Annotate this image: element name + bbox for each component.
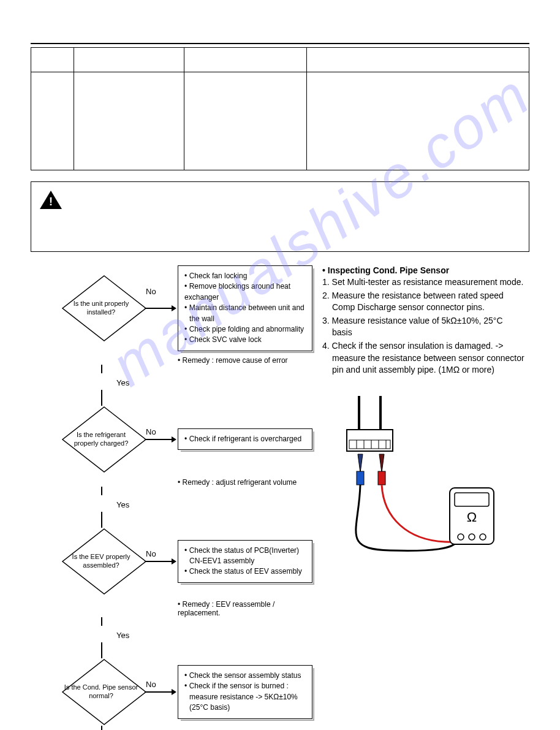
th-2: [74, 48, 184, 72]
table-body-row: [31, 72, 529, 170]
decision-install-text: Is the unit properly installed?: [61, 275, 141, 342]
td-1: [31, 72, 74, 170]
action-1-2: • Maintain distance between unit and the…: [184, 303, 306, 324]
svg-rect-18: [455, 493, 489, 506]
decision-refrigerant-text: Is the refrigerant properly charged?: [61, 406, 141, 473]
action-1-3: • Check pipe folding and abnormality: [184, 324, 306, 335]
inspect-item-4: 4. Check if the sensor insulation is dam…: [322, 340, 524, 376]
remedy-3: • Remedy : EEV reassemble / replacement.: [178, 600, 312, 617]
no-label-1: No: [146, 287, 156, 296]
th-4: [307, 48, 529, 72]
svg-text:Ω: Ω: [467, 509, 477, 525]
inspect-title: • Inspecting Cond. Pipe Sensor: [322, 265, 524, 275]
remedy-1: • Remedy : remove cause of error: [178, 356, 312, 365]
flowchart: Is the unit properly installed? No • Che…: [31, 265, 312, 730]
svg-point-22: [480, 534, 486, 540]
action-4-1: • Check if the sensor is burned : measur…: [184, 681, 306, 713]
action-1-0: • Check fan locking: [184, 271, 306, 281]
no-label-3: No: [146, 549, 156, 558]
action-4-0: • Check the sensor assembly status: [184, 671, 306, 681]
td-2: [74, 72, 184, 170]
spec-table: [31, 47, 529, 170]
top-rule: [31, 43, 529, 44]
td-3: [184, 72, 307, 170]
action-3-1: • Check the status of EEV assembly: [184, 566, 306, 577]
yes-label-1: Yes: [116, 378, 312, 387]
yes-label-3: Yes: [116, 631, 312, 640]
svg-point-20: [458, 534, 464, 540]
decision-sensor: Is the Cond. Pipe sensor normal?: [61, 658, 141, 726]
inspect-item-1: 1. Set Multi-tester as resistance measur…: [322, 276, 524, 289]
warning-icon: [40, 191, 62, 209]
table-header-row: [31, 48, 529, 72]
action-1-4: • Check SVC valve lock: [184, 335, 306, 345]
inspect-item-2: 2. Measure the resistance between rated …: [322, 290, 524, 314]
decision-refrigerant: Is the refrigerant properly charged?: [61, 406, 141, 473]
action-box-2: • Check if refrigerant is overcharged: [178, 428, 312, 450]
svg-marker-15: [379, 454, 384, 473]
th-1: [31, 48, 74, 72]
action-1-1: • Remove blockings around heat exchanger: [184, 281, 306, 303]
action-box-3: • Check the status of PCB(Inverter) CN-E…: [178, 540, 312, 583]
td-4: [307, 72, 529, 170]
inspect-item-3: 3. Measure resistance value of 5kΩ±10%, …: [322, 315, 524, 339]
svg-rect-5: [349, 440, 390, 449]
decision-sensor-text: Is the Cond. Pipe sensor normal?: [61, 658, 141, 726]
action-2-0: • Check if refrigerant is overcharged: [184, 434, 306, 444]
svg-point-21: [469, 534, 475, 540]
decision-eev-text: Is the EEV properly assembled?: [61, 528, 141, 595]
svg-rect-14: [357, 471, 364, 485]
no-label-2: No: [146, 427, 156, 436]
action-3-0: • Check the status of PCB(Inverter) CN-E…: [184, 546, 306, 567]
remedy-2: • Remedy : adjust refrigerant volume: [178, 478, 312, 487]
svg-marker-13: [358, 454, 363, 473]
multimeter-diagram: Ω: [322, 396, 506, 568]
no-label-4: No: [146, 680, 156, 689]
th-3: [184, 48, 307, 72]
warning-box: [31, 181, 529, 252]
yes-label-2: Yes: [116, 500, 312, 509]
action-box-1: • Check fan locking • Remove blockings a…: [178, 265, 312, 351]
inspect-procedure: • Inspecting Cond. Pipe Sensor 1. Set Mu…: [322, 265, 524, 376]
action-box-4: • Check the sensor assembly status • Che…: [178, 665, 312, 719]
decision-install: Is the unit properly installed?: [61, 275, 141, 342]
svg-rect-16: [378, 471, 385, 485]
decision-eev: Is the EEV properly assembled?: [61, 528, 141, 595]
